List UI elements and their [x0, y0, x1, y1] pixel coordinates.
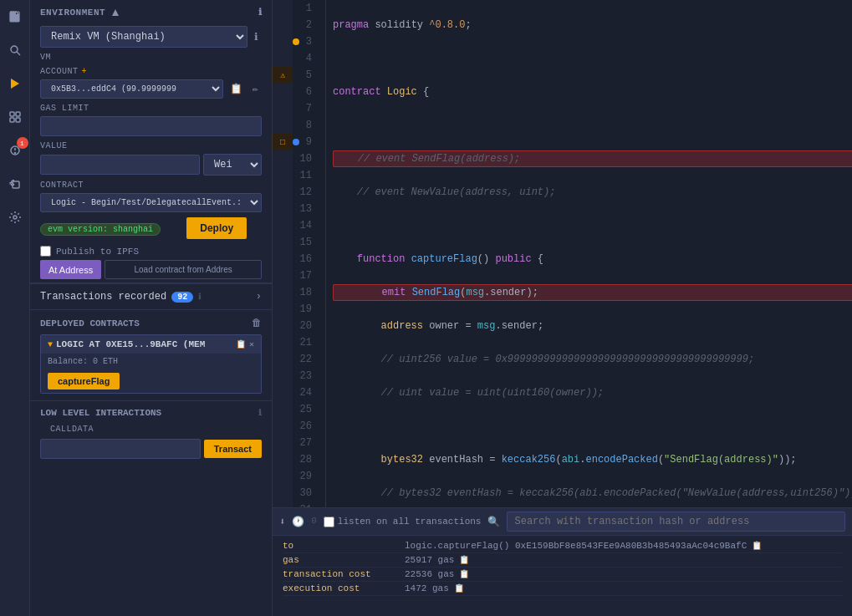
copy-contract-icon[interactable]: 📋	[236, 339, 246, 349]
gutter-28	[273, 451, 293, 468]
scroll-down-icon[interactable]: ⬇	[279, 516, 285, 528]
code-line-14: bytes32 eventHash = keccak256(abi.encode…	[333, 451, 852, 468]
plugin-icon[interactable]	[5, 174, 25, 194]
calldata-input[interactable]	[40, 439, 201, 459]
deploy-panel: ENVIRONMENT ℹ Remix VM (Shanghai) ℹ VM A…	[30, 0, 273, 616]
at-address-button[interactable]: At Address	[40, 260, 101, 279]
copy-tx-cost-icon[interactable]: 📋	[459, 569, 469, 579]
gutter-22	[273, 351, 293, 368]
editor-area: ⚠ □	[273, 0, 852, 616]
gutter-31	[273, 501, 293, 507]
add-account-btn[interactable]: +	[82, 67, 88, 76]
tx-cost-value: 22536 gas 📋	[405, 569, 469, 579]
copy-to-icon[interactable]: 📋	[752, 541, 762, 551]
load-contract-button[interactable]: Load contract from Addres	[105, 260, 262, 279]
contract-item-name: LOGIC AT 0XE15...9BAFC (MEM	[56, 339, 232, 349]
copy-gas-icon[interactable]: 📋	[459, 555, 469, 565]
tx-recorded-label: Transactions recorded	[40, 291, 166, 303]
ln-21: 21	[293, 334, 319, 351]
svg-point-11	[13, 216, 17, 219]
listen-checkbox-row: listen on all transactions	[324, 517, 482, 527]
settings-icon[interactable]	[5, 207, 25, 227]
compile-icon[interactable]	[5, 74, 25, 94]
gutter-3	[273, 33, 293, 50]
gutter-15	[273, 234, 293, 251]
value-row: 0 Wei	[40, 154, 262, 176]
at-address-row: At Address Load contract from Addres	[40, 260, 262, 279]
environment-label: ENVIRONMENT	[40, 8, 105, 18]
gutter-24	[273, 384, 293, 401]
gutter-5: ⚠	[273, 67, 293, 84]
code-line-2	[333, 50, 852, 67]
tx-search-input[interactable]	[507, 512, 845, 532]
value-unit-select[interactable]: Wei	[203, 154, 262, 176]
gutter-21	[273, 334, 293, 351]
code-line-9: emit SendFlag(msg.sender);	[333, 284, 852, 301]
files-icon[interactable]	[5, 7, 25, 27]
ln-3: 3	[293, 33, 319, 50]
ln-7: 7	[293, 100, 319, 117]
code-line-12: // uint value = uint(uint160(owner));	[333, 384, 852, 401]
environment-select[interactable]: Remix VM (Shanghai)	[40, 26, 247, 48]
copy-exec-cost-icon[interactable]: 📋	[454, 583, 464, 593]
capture-flag-button[interactable]: captureFlag	[48, 373, 120, 389]
ln-5: 5	[293, 67, 319, 84]
ln-23: 23	[293, 368, 319, 384]
copy-account-btn[interactable]: 📋	[227, 81, 246, 97]
low-level-info-icon[interactable]: ℹ	[258, 408, 262, 418]
code-line-3: contract Logic {	[333, 84, 852, 100]
publish-ipfs-checkbox[interactable]	[40, 246, 51, 257]
deploy-icon[interactable]	[5, 107, 25, 127]
edit-account-btn[interactable]: ✏	[249, 81, 262, 97]
contract-chevron[interactable]: ▼	[48, 340, 53, 349]
deployed-contracts-label: Deployed Contracts	[40, 318, 140, 328]
tx-gas-label: gas	[283, 555, 391, 565]
code-content[interactable]: pragma solidity ^0.8.0; contract Logic {…	[326, 0, 852, 507]
svg-rect-6	[16, 118, 20, 122]
gas-limit-input[interactable]: 3000000	[40, 116, 262, 136]
value-input[interactable]: 0	[40, 155, 200, 175]
ln-17: 17	[293, 267, 319, 284]
contract-item: ▼ LOGIC AT 0XE15...9BAFC (MEM 📋 ✕ Balanc…	[40, 334, 262, 394]
gutter-30	[273, 485, 293, 501]
deployed-contracts-section: Deployed Contracts 🗑 ▼ LOGIC AT 0XE15...…	[30, 310, 272, 400]
code-line-8: function captureFlag() public {	[333, 251, 852, 267]
ln-10: 10	[293, 150, 319, 167]
ln-14: 14	[293, 217, 319, 234]
gutter-27	[273, 435, 293, 451]
ln-8: 8	[293, 117, 319, 134]
low-level-label: Low level interactions	[40, 408, 161, 418]
publish-ipfs-row: Publish to IPFS	[40, 246, 262, 257]
ln-13: 13	[293, 201, 319, 217]
clock-icon[interactable]: 🕐	[292, 516, 304, 528]
ln-12: 12	[293, 184, 319, 201]
tx-info-icon[interactable]: ℹ	[198, 292, 202, 302]
search-icon-bar[interactable]	[5, 40, 25, 60]
ln-19: 19	[293, 301, 319, 318]
debug-badge: 1	[17, 137, 28, 149]
tx-expand-icon[interactable]: ›	[256, 291, 262, 303]
deploy-button[interactable]: Deploy	[186, 217, 247, 239]
account-select[interactable]: 0x5B3...eddC4 (99.9999999	[40, 79, 223, 99]
contract-field: Logic - Begin/Test/DelegatecallEvent.:	[40, 193, 262, 212]
svg-rect-4	[16, 112, 20, 116]
tx-gas-value: 25917 gas 📋	[405, 555, 469, 565]
ln-22: 22	[293, 351, 319, 368]
gutter-11	[273, 167, 293, 184]
contract-select[interactable]: Logic - Begin/Test/DelegatecallEvent.:	[40, 193, 262, 212]
ln-31: 31	[293, 501, 319, 507]
tx-to-value: logic.captureFlag() 0xE159BbF8e8543FEe9A…	[405, 541, 762, 551]
debug-icon[interactable]: 1	[5, 140, 25, 160]
gutter-10	[273, 150, 293, 167]
gutter-23	[273, 368, 293, 384]
ln-1: 1	[293, 0, 319, 17]
transact-button[interactable]: Transact	[204, 440, 262, 458]
close-contract-icon[interactable]: ✕	[249, 339, 254, 349]
tx-row-tx-cost: transaction cost 22536 gas 📋	[283, 568, 842, 582]
environment-info-btn[interactable]: ℹ	[251, 29, 262, 45]
contract-label: CONTRACT	[30, 177, 272, 191]
trash-icon[interactable]: 🗑	[252, 317, 262, 329]
environment-info[interactable]: ℹ	[258, 7, 263, 18]
gutter-16	[273, 251, 293, 267]
listen-all-checkbox[interactable]	[324, 517, 334, 527]
